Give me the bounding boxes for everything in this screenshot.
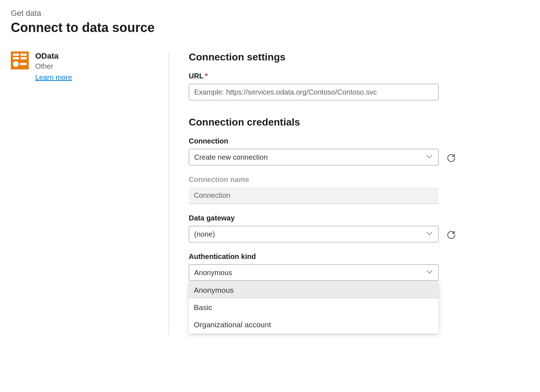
auth-option-organizational[interactable]: Organizational account	[189, 316, 439, 333]
main-panel: Connection settings URL* Connection cred…	[169, 51, 514, 336]
connector-sidebar: OData Other Learn more	[11, 51, 169, 336]
url-input[interactable]	[189, 84, 439, 100]
learn-more-link[interactable]: Learn more	[35, 73, 72, 82]
connection-dropdown-value: Create new connection	[194, 153, 268, 161]
connection-credentials-heading: Connection credentials	[189, 117, 514, 128]
connection-name-input	[189, 187, 439, 204]
connection-name-label: Connection name	[189, 176, 514, 184]
authentication-kind-dropdown-value: Anonymous	[194, 269, 232, 277]
refresh-gateway-button[interactable]	[446, 229, 457, 240]
connection-dropdown[interactable]: Create new connection	[189, 149, 439, 165]
chevron-down-icon	[427, 154, 433, 160]
connector-category: Other	[35, 62, 72, 70]
connection-label: Connection	[189, 137, 514, 145]
refresh-icon	[447, 229, 456, 239]
url-label: URL*	[189, 72, 514, 80]
auth-option-basic[interactable]: Basic	[189, 299, 439, 316]
data-gateway-label: Data gateway	[189, 214, 514, 222]
authentication-kind-menu: Anonymous Basic Organizational account	[189, 282, 439, 333]
required-indicator: *	[205, 72, 208, 80]
chevron-down-icon	[427, 231, 433, 237]
data-gateway-dropdown[interactable]: (none)	[189, 226, 439, 242]
refresh-icon	[447, 152, 456, 162]
page-title: Connect to data source	[11, 20, 529, 35]
authentication-kind-dropdown[interactable]: Anonymous	[189, 264, 439, 281]
odata-connector-icon	[11, 51, 29, 69]
refresh-connection-button[interactable]	[446, 152, 457, 163]
breadcrumb: Get data	[11, 9, 529, 18]
data-gateway-dropdown-value: (none)	[194, 230, 215, 238]
connection-settings-heading: Connection settings	[189, 51, 514, 63]
auth-option-anonymous[interactable]: Anonymous	[189, 282, 439, 299]
connector-name: OData	[35, 51, 72, 61]
chevron-down-icon	[427, 270, 433, 275]
authentication-kind-label: Authentication kind	[189, 252, 514, 261]
